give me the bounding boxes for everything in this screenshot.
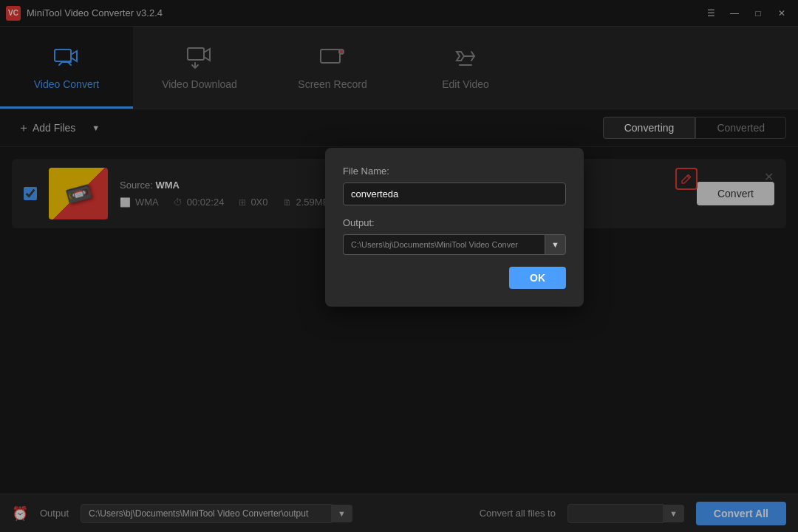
app-title: MiniTool Video Converter v3.2.4	[27, 7, 163, 18]
tab-video-download-label: Video Download	[162, 78, 237, 90]
tab-screen-record-label: Screen Record	[298, 78, 366, 90]
footer-convert-all: Convert all files to ▼ Convert All	[480, 502, 786, 525]
svg-rect-1	[188, 48, 204, 60]
tab-video-download[interactable]: Video Download	[133, 27, 266, 109]
sub-tab-converted[interactable]: Converted	[695, 117, 786, 139]
add-files-label: Add Files	[33, 122, 75, 134]
output-row: ▼	[343, 234, 566, 255]
clock-icon: ⏱	[174, 197, 183, 208]
tab-video-convert-label: Video Convert	[34, 78, 99, 90]
output-label: Output:	[343, 217, 566, 228]
file-size-detail: 🗎 2.59MB	[283, 197, 330, 208]
footer: ⏰ Output ▼ Convert all files to ▼ Conver…	[0, 494, 798, 532]
plus-icon: ＋	[18, 120, 30, 136]
size-icon: 🗎	[283, 197, 292, 208]
tab-edit-video[interactable]: Edit Video	[399, 27, 532, 109]
nav-tabs: Video Convert Video Download Screen Reco…	[0, 27, 798, 109]
clock-icon: ⏰	[12, 505, 28, 522]
app-logo: VC	[6, 6, 21, 21]
file-checkbox[interactable]	[24, 187, 37, 200]
dialog-ok-row: OK	[343, 267, 566, 289]
video-convert-icon	[52, 43, 81, 72]
convert-all-input[interactable]	[567, 504, 664, 523]
edit-pencil-icon	[681, 174, 692, 184]
file-source-format: WMA	[155, 180, 180, 191]
add-files-dropdown[interactable]: ▼	[87, 120, 104, 135]
file-thumbnail: 📼	[49, 168, 108, 219]
svg-point-4	[340, 50, 343, 53]
ok-button[interactable]: OK	[509, 267, 566, 289]
file-duration-detail: ⏱ 00:02:24	[174, 197, 225, 208]
add-files-button[interactable]: ＋ Add Files	[12, 117, 81, 139]
file-format-detail: ⬜ WMA	[120, 197, 159, 208]
minimize-button[interactable]: —	[724, 6, 745, 21]
sub-tab-converting[interactable]: Converting	[603, 117, 696, 139]
file-format: WMA	[135, 197, 159, 208]
convert-all-select: ▼	[567, 504, 684, 523]
cassette-icon: 📼	[63, 179, 94, 209]
svg-rect-2	[321, 50, 340, 63]
file-name-input[interactable]	[343, 183, 566, 205]
cassette-image: 📼	[49, 168, 108, 219]
title-bar-left: VC MiniTool Video Converter v3.2.4	[6, 6, 163, 21]
tab-edit-video-label: Edit Video	[442, 78, 489, 90]
rename-dialog: File Name: Output: ▼ OK	[325, 148, 584, 307]
toolbar: ＋ Add Files ▼ Converting Converted	[0, 109, 798, 147]
edit-video-icon	[451, 43, 480, 72]
file-resolution: 0X0	[250, 197, 267, 208]
title-bar: VC MiniTool Video Converter v3.2.4 ☰ — □…	[0, 0, 798, 27]
footer-path-dropdown[interactable]: ▼	[332, 505, 352, 522]
close-file-button[interactable]: ✕	[760, 168, 777, 185]
video-download-icon	[185, 43, 214, 72]
file-resolution-detail: ⊞ 0X0	[239, 197, 267, 208]
footer-path: ▼	[81, 504, 352, 523]
tab-screen-record[interactable]: Screen Record	[266, 27, 399, 109]
window-controls: ☰ — □ ✕	[700, 6, 792, 21]
tab-video-convert[interactable]: Video Convert	[0, 27, 133, 109]
output-label: Output	[40, 508, 69, 519]
footer-path-input[interactable]	[81, 504, 332, 523]
svg-rect-0	[55, 50, 71, 61]
convert-all-label: Convert all files to	[480, 508, 556, 519]
edit-file-button[interactable]	[675, 168, 698, 190]
close-button[interactable]: ✕	[771, 6, 792, 21]
screen-record-icon	[318, 43, 347, 72]
maximize-button[interactable]: □	[748, 6, 768, 21]
menu-button[interactable]: ☰	[700, 6, 721, 21]
sub-tabs: Converting Converted	[603, 117, 786, 139]
output-dropdown-button[interactable]: ▼	[545, 234, 566, 255]
resolution-icon: ⊞	[239, 197, 246, 208]
format-icon: ⬜	[120, 197, 131, 208]
output-path-input[interactable]	[343, 234, 545, 255]
file-size: 2.59MB	[296, 197, 330, 208]
file-name-label: File Name:	[343, 166, 566, 177]
file-duration: 00:02:24	[187, 197, 225, 208]
convert-all-button[interactable]: Convert All	[696, 502, 786, 525]
convert-all-dropdown[interactable]: ▼	[664, 505, 684, 522]
